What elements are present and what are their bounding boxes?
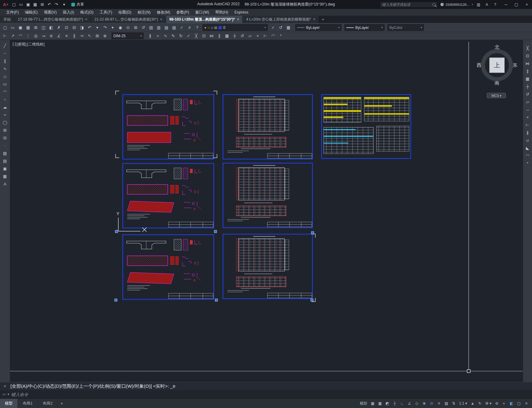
menu-express[interactable]: Express	[231, 9, 251, 16]
scale-icon[interactable]: ▱	[246, 32, 254, 40]
save-icon[interactable]: ▣	[25, 1, 32, 8]
selection-cycling-icon[interactable]: ⇅	[451, 400, 457, 407]
match-properties-icon[interactable]: ◨	[78, 24, 86, 31]
share-button[interactable]: 共享	[71, 2, 84, 7]
compass-top-face[interactable]: 上	[489, 57, 505, 73]
grid-icon[interactable]: ▦	[369, 400, 376, 407]
annotation-scale-button[interactable]: 1:1 ▾	[458, 400, 468, 407]
spline-icon[interactable]: ≈	[1, 111, 9, 118]
dim-diameter-icon[interactable]: ⊘	[47, 32, 55, 40]
model-tab[interactable]: 模型	[0, 399, 18, 408]
markup-set-icon[interactable]: ✓	[178, 24, 186, 31]
dim-angular-icon[interactable]: ∠	[55, 32, 63, 40]
copy-clip-icon[interactable]: ⊡	[63, 24, 70, 31]
undo-icon[interactable]: ↶	[86, 24, 93, 31]
layout2-tab[interactable]: 布局2	[38, 399, 58, 408]
tool-palettes-icon[interactable]: ▧	[163, 24, 170, 31]
save-icon[interactable]: ▣	[17, 24, 24, 31]
menu-help[interactable]: 帮助(H)	[212, 9, 231, 16]
command-customize-icon[interactable]: ▾	[7, 392, 9, 396]
dim-aligned-icon[interactable]: ↗	[9, 32, 17, 40]
paste-icon[interactable]: ⊟	[70, 24, 78, 31]
compass-north-label[interactable]: 北	[495, 44, 499, 50]
qnew-icon[interactable]: ▢	[10, 1, 18, 8]
center-mark-icon[interactable]: ⊕	[101, 32, 109, 40]
drawing-sheet-1[interactable]	[123, 95, 214, 159]
tab-close-icon[interactable]: ×	[85, 17, 87, 22]
redo-list-icon[interactable]: ▾	[109, 24, 116, 31]
move-icon[interactable]: ┼	[231, 32, 238, 40]
save-as-icon[interactable]: ▦	[32, 1, 39, 8]
plot-preview-icon[interactable]: ◫	[40, 24, 47, 31]
drawing-sheet-4[interactable]	[223, 95, 313, 159]
properties-icon[interactable]: ▤	[147, 24, 155, 31]
dynamic-input-icon[interactable]: ┼	[392, 400, 398, 407]
menu-tools[interactable]: 工具(T)	[97, 9, 115, 16]
multiline-icon[interactable]: ∥	[1, 57, 9, 65]
transparency-icon[interactable]: ▨	[443, 400, 450, 407]
offset-icon[interactable]: ∥	[524, 67, 531, 75]
linetype-control[interactable]: ByLayer ▾	[295, 24, 341, 31]
layer-control[interactable]: ●☼◇▤ 0 ▾	[203, 24, 268, 31]
ucs-icon[interactable]	[118, 218, 140, 231]
dim-linear-icon[interactable]: ⊢	[1, 32, 9, 40]
arc-icon[interactable]: ◠	[1, 88, 9, 95]
dim-text-edit-icon[interactable]: ✎	[169, 32, 177, 40]
multileader-icon[interactable]: ↖	[86, 32, 93, 40]
menu-modify[interactable]: 修改(M)	[154, 9, 173, 16]
dim-jog-line-icon[interactable]: ∿	[162, 32, 169, 40]
lineweight-icon[interactable]: ≡	[436, 400, 442, 407]
object-snap-icon[interactable]: ⊙	[428, 400, 435, 407]
dim-radius-icon[interactable]: ◎	[32, 32, 40, 40]
fillet-icon[interactable]: ◠	[269, 32, 277, 40]
clean-screen-icon[interactable]: ▢	[516, 400, 522, 407]
search-input[interactable]	[382, 3, 431, 6]
close-button[interactable]: ×	[522, 0, 532, 9]
trim-icon[interactable]: ×	[254, 32, 262, 40]
dimstyle-control[interactable]: DIM-25 ▾	[112, 33, 144, 39]
explode-icon[interactable]: *	[277, 32, 285, 40]
line-icon[interactable]: ╱	[1, 42, 9, 49]
annotation-visibility-icon[interactable]: ▲	[469, 400, 476, 407]
command-close-icon[interactable]: ×	[2, 384, 7, 389]
frame-grip[interactable]	[467, 370, 470, 373]
qnew-icon[interactable]: ▢	[1, 24, 9, 31]
search-icon[interactable]	[432, 3, 435, 6]
object-snap-tracking-icon[interactable]: ⊕	[421, 400, 428, 407]
multi-text-icon[interactable]: A	[1, 180, 9, 188]
zoom-window-icon[interactable]: ⊞	[132, 24, 140, 31]
menu-draw[interactable]: 绘图(D)	[115, 9, 134, 16]
drawing-sheet-6[interactable]	[223, 234, 313, 299]
command-icon[interactable]: ▭	[2, 392, 6, 396]
infer-constraints-icon[interactable]: ◩	[384, 400, 391, 407]
make-block-icon[interactable]: ⊟	[1, 134, 9, 141]
move-icon[interactable]: ┼	[524, 83, 531, 90]
mirror-icon[interactable]: ⋈	[524, 60, 531, 67]
redo-icon[interactable]: ↷	[101, 24, 109, 31]
model-space[interactable]: Y	[10, 40, 523, 382]
model-space-button[interactable]: 模型	[359, 400, 368, 407]
new-layout-button[interactable]: +	[58, 399, 66, 408]
menu-dimension[interactable]: 标注(N)	[135, 9, 154, 16]
insert-block-icon[interactable]: ⊞	[1, 126, 9, 134]
layer-states-icon[interactable]: ▦	[285, 24, 292, 31]
ellipse-icon[interactable]: ◯	[1, 119, 9, 126]
ortho-icon[interactable]: ∟	[399, 400, 405, 407]
menu-window[interactable]: 窗口(W)	[192, 9, 212, 16]
region-icon[interactable]: ▣	[1, 165, 9, 172]
tolerance-icon[interactable]: ⊞	[93, 32, 101, 40]
drawing-canvas[interactable]: Y [-] [俯视] [二维线框] 北 南 西 东 上 WCS ▾	[10, 40, 523, 382]
chamfer-icon[interactable]: ◣	[524, 144, 531, 152]
tab-drawing-3[interactable]: 98-103 L=20m 墩顶...构造图(0°15°30°)* ×	[166, 16, 243, 23]
dim-ordinate-icon[interactable]: ⋮	[24, 32, 32, 40]
offset-icon[interactable]: ∥	[215, 32, 223, 40]
save-as-icon[interactable]: ▦	[24, 24, 32, 31]
quick-dim-icon[interactable]: ≡	[63, 32, 70, 40]
search-field[interactable]	[380, 2, 438, 8]
rectangle-icon[interactable]: ▭	[1, 80, 9, 88]
menu-format[interactable]: 格式(O)	[77, 9, 97, 16]
app-menu-button[interactable]: A ▾	[1, 0, 10, 9]
erase-icon[interactable]: ╳	[524, 44, 531, 52]
scale-icon[interactable]: ▱	[524, 98, 531, 105]
construction-line-icon[interactable]: ┄	[1, 50, 9, 57]
